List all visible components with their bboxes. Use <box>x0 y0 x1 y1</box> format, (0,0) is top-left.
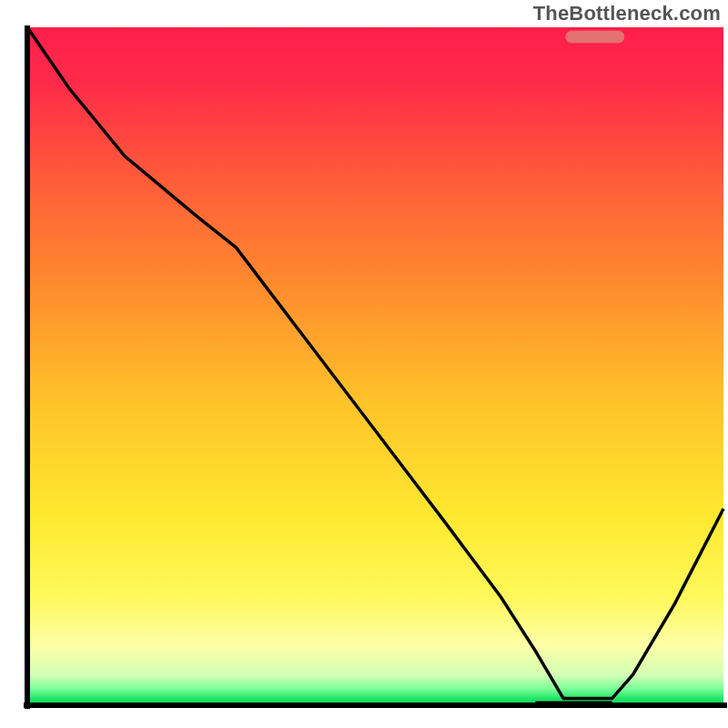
watermark-text: TheBottleneck.com <box>533 2 721 25</box>
plot-background <box>27 27 723 705</box>
chart-container: TheBottleneck.com <box>0 0 728 728</box>
optimal-marker <box>565 31 624 43</box>
chart-svg <box>0 0 728 728</box>
